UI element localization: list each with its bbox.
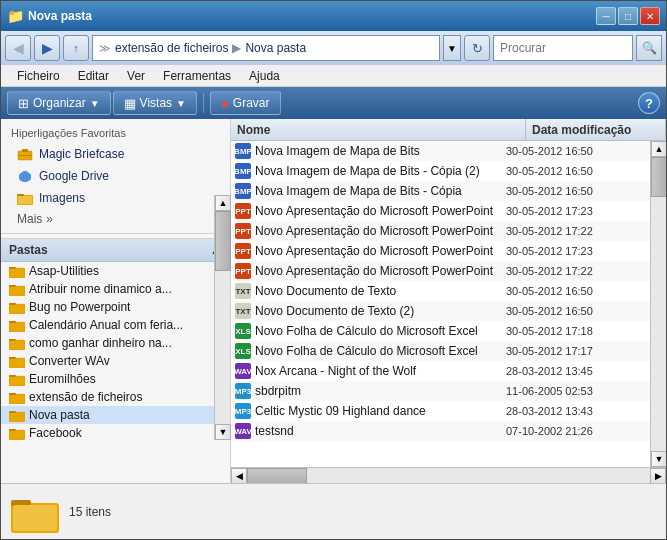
- views-button[interactable]: ▦ Vistas ▼: [113, 91, 197, 115]
- file-date: 07-10-2002 21:26: [506, 425, 646, 437]
- file-date: 30-05-2012 17:22: [506, 265, 646, 277]
- svg-rect-13: [9, 285, 16, 287]
- file-name: Nox Arcana - Night of the Wolf: [255, 364, 502, 378]
- hscroll-thumb[interactable]: [247, 468, 307, 484]
- file-row[interactable]: PPT Novo Apresentação do Microsoft Power…: [231, 241, 650, 261]
- fav-google-drive[interactable]: Google Drive: [1, 165, 230, 187]
- file-row[interactable]: TXT Novo Documento de Texto 30-05-2012 1…: [231, 281, 650, 301]
- file-name: Nova Imagem de Mapa de Bits - Cópia (2): [255, 164, 502, 178]
- folder-asap[interactable]: Asap-Utilities: [1, 262, 230, 280]
- address-dropdown[interactable]: ▼: [443, 35, 461, 61]
- right-vscroll-thumb[interactable]: [651, 157, 666, 197]
- hscroll-right-btn[interactable]: ▶: [650, 468, 666, 484]
- folder-item-label-8: Nova pasta: [29, 408, 90, 422]
- file-list-header: Nome Data modificação: [231, 119, 666, 141]
- file-row[interactable]: WAV Nox Arcana - Night of the Wolf 28-03…: [231, 361, 650, 381]
- search-box: [493, 35, 633, 61]
- svg-rect-18: [9, 340, 25, 350]
- file-row[interactable]: PPT Novo Apresentação do Microsoft Power…: [231, 221, 650, 241]
- svg-rect-21: [9, 357, 16, 359]
- ppt-icon: PPT: [235, 243, 251, 259]
- svg-rect-14: [9, 304, 25, 314]
- folder-facebook[interactable]: Facebook: [1, 424, 230, 442]
- address-bar: ◀ ▶ ↑ ≫ extensão de ficheiros ▶ Nova pas…: [1, 31, 666, 65]
- right-vscroll[interactable]: ▲ ▼: [650, 141, 666, 467]
- help-button[interactable]: ?: [638, 92, 660, 114]
- menu-ficheiro[interactable]: Ficheiro: [9, 67, 68, 85]
- folder-bug[interactable]: Bug no Powerpoint: [1, 298, 230, 316]
- svg-rect-19: [9, 339, 16, 341]
- file-date: 30-05-2012 17:18: [506, 325, 646, 337]
- mp3-icon: MP3: [235, 383, 251, 399]
- section-divider: [1, 233, 230, 234]
- right-vscroll-track: [651, 157, 666, 451]
- search-input[interactable]: [500, 41, 626, 55]
- col-name[interactable]: Nome: [231, 119, 526, 140]
- address-path[interactable]: ≫ extensão de ficheiros ▶ Nova pasta: [92, 35, 440, 61]
- folders-header[interactable]: Pastas ▲: [1, 238, 230, 262]
- right-vscroll-up[interactable]: ▲: [651, 141, 666, 157]
- file-row[interactable]: TXT Novo Documento de Texto (2) 30-05-20…: [231, 301, 650, 321]
- forward-button[interactable]: ▶: [34, 35, 60, 61]
- back-button[interactable]: ◀: [5, 35, 31, 61]
- menu-editar[interactable]: Editar: [70, 67, 117, 85]
- file-date: 30-05-2012 16:50: [506, 165, 646, 177]
- hscroll-left-btn[interactable]: ◀: [231, 468, 247, 484]
- folder-calendario[interactable]: Calendário Anual com feria...: [1, 316, 230, 334]
- vscroll-up-btn[interactable]: ▲: [215, 195, 231, 211]
- vscroll-track: [215, 211, 230, 424]
- folder-euromilhoes[interactable]: Euromilhões: [1, 370, 230, 388]
- maximize-button[interactable]: □: [618, 7, 638, 25]
- file-row[interactable]: BMP Nova Imagem de Mapa de Bits - Cópia …: [231, 181, 650, 201]
- file-row[interactable]: XLS Novo Folha de Cálculo do Microsoft E…: [231, 341, 650, 361]
- close-button[interactable]: ✕: [640, 7, 660, 25]
- col-date[interactable]: Data modificação: [526, 119, 666, 140]
- more-chevron-icon: »: [46, 212, 53, 226]
- folders-label: Pastas: [9, 243, 48, 257]
- window-title: Nova pasta: [28, 9, 92, 23]
- save-button[interactable]: ● Gravar: [210, 91, 281, 115]
- fav-more[interactable]: Mais »: [1, 209, 230, 229]
- file-row[interactable]: PPT Novo Apresentação do Microsoft Power…: [231, 201, 650, 221]
- path-sep: ▶: [232, 41, 241, 55]
- folder-como[interactable]: como ganhar dinheiro na...: [1, 334, 230, 352]
- folder-icon-6: [9, 372, 25, 386]
- file-row[interactable]: MP3 sbdrpitm 11-06-2005 02:53: [231, 381, 650, 401]
- fav-magic-briefcase-label: Magic Briefcase: [39, 147, 124, 161]
- folder-icon-4: [9, 336, 25, 350]
- refresh-button[interactable]: ↻: [464, 35, 490, 61]
- svg-rect-22: [9, 376, 25, 386]
- vscroll-thumb[interactable]: [215, 211, 231, 271]
- folder-item-label-4: como ganhar dinheiro na...: [29, 336, 172, 350]
- folder-converter[interactable]: Converter WAv: [1, 352, 230, 370]
- file-name: Novo Documento de Texto (2): [255, 304, 502, 318]
- folder-item-label-0: Asap-Utilities: [29, 264, 99, 278]
- search-button[interactable]: 🔍: [636, 35, 662, 61]
- fav-magic-briefcase[interactable]: Magic Briefcase: [1, 143, 230, 165]
- fav-imagens[interactable]: Imagens: [1, 187, 230, 209]
- file-row[interactable]: BMP Nova Imagem de Mapa de Bits - Cópia …: [231, 161, 650, 181]
- file-row[interactable]: WAV testsnd 07-10-2002 21:26: [231, 421, 650, 441]
- left-vscroll[interactable]: ▲ ▼: [214, 195, 230, 440]
- vscroll-down-btn[interactable]: ▼: [215, 424, 231, 440]
- file-row[interactable]: BMP Nova Imagem de Mapa de Bits 30-05-20…: [231, 141, 650, 161]
- fav-imagens-label: Imagens: [39, 191, 85, 205]
- file-row[interactable]: MP3 Celtic Mystic 09 Highland dance 28-0…: [231, 401, 650, 421]
- file-row[interactable]: PPT Novo Apresentação do Microsoft Power…: [231, 261, 650, 281]
- wav-icon: WAV: [235, 363, 251, 379]
- title-bar: 📁 Nova pasta ─ □ ✕: [1, 1, 666, 31]
- organize-button[interactable]: ⊞ Organizar ▼: [7, 91, 111, 115]
- menu-ferramentas[interactable]: Ferramentas: [155, 67, 239, 85]
- file-date: 30-05-2012 16:50: [506, 285, 646, 297]
- folder-atribuir[interactable]: Atribuir nome dinamico a...: [1, 280, 230, 298]
- menu-ver[interactable]: Ver: [119, 67, 153, 85]
- folder-extensao[interactable]: extensão de ficheiros: [1, 388, 230, 406]
- folder-nova-pasta[interactable]: Nova pasta: [1, 406, 230, 424]
- folder-icon-9: [9, 426, 25, 440]
- menu-ajuda[interactable]: Ajuda: [241, 67, 288, 85]
- file-row[interactable]: XLS Novo Folha de Cálculo do Microsoft E…: [231, 321, 650, 341]
- right-vscroll-down[interactable]: ▼: [651, 451, 666, 467]
- up-button[interactable]: ↑: [63, 35, 89, 61]
- minimize-button[interactable]: ─: [596, 7, 616, 25]
- left-inner: Hiperligações Favoritas Magic Briefcase: [1, 119, 230, 483]
